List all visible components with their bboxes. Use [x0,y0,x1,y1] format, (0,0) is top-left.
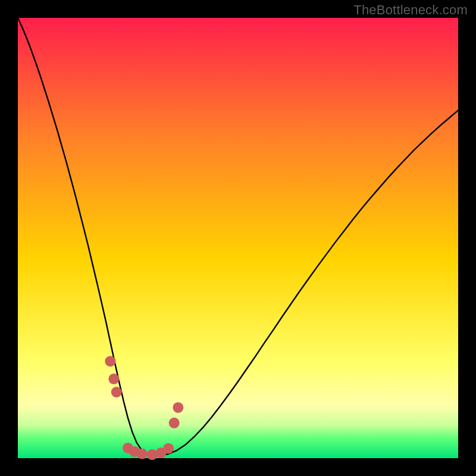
data-marker [105,356,115,367]
data-marker [163,443,174,454]
data-marker [108,374,119,384]
data-marker [173,402,183,413]
chart-svg [0,0,476,476]
data-marker [111,387,122,397]
gradient-background [18,18,458,458]
data-marker [137,449,148,459]
data-marker [147,449,158,460]
chart-stage: TheBottleneck.com [0,0,476,476]
data-marker [169,418,180,428]
